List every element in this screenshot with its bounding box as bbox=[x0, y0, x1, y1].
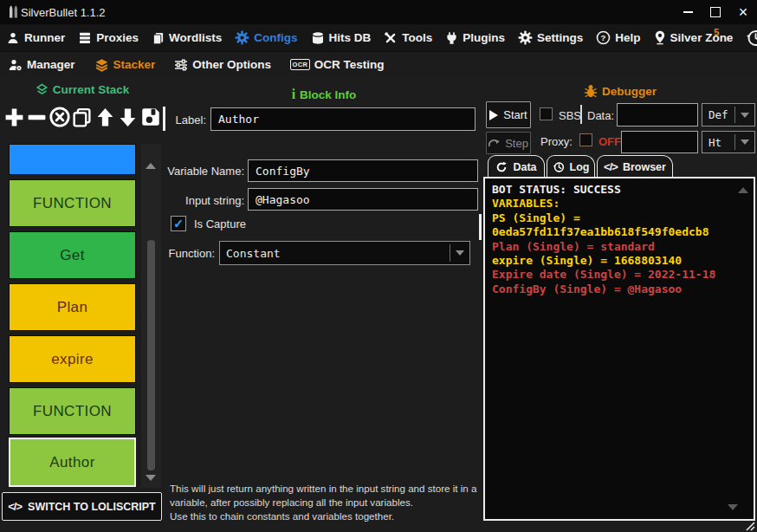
clear-stack-button[interactable] bbox=[49, 102, 71, 132]
stack-block[interactable]: expire bbox=[9, 335, 136, 383]
menu-item-proxies[interactable]: Proxies bbox=[78, 31, 139, 45]
data-input[interactable] bbox=[617, 103, 698, 127]
step-button[interactable]: Step bbox=[486, 132, 531, 154]
silver-zone-badge: 5 bbox=[714, 27, 719, 37]
stack-block[interactable] bbox=[9, 144, 136, 175]
tab-browser[interactable]: </> Browser bbox=[597, 155, 673, 178]
label-input[interactable] bbox=[210, 107, 476, 131]
remove-block-button[interactable] bbox=[25, 102, 48, 132]
menu-item-runner[interactable]: Runner bbox=[6, 31, 65, 45]
sbs-label: SBS bbox=[559, 109, 581, 122]
history-icon[interactable] bbox=[746, 29, 757, 48]
menu-item-hits-db[interactable]: Hits DB bbox=[311, 31, 372, 45]
label-caption: Label: bbox=[170, 114, 206, 127]
sliders-icon bbox=[174, 58, 188, 72]
variable-name-input[interactable] bbox=[248, 159, 478, 182]
stack-block[interactable]: Plan bbox=[9, 283, 136, 331]
function-caption: Function: bbox=[165, 247, 215, 260]
proxies-icon bbox=[78, 31, 92, 45]
is-capture-checkbox[interactable]: ✓ bbox=[171, 216, 186, 231]
window-title: SilverBullet 1.1.2 bbox=[21, 6, 106, 19]
database-icon bbox=[311, 31, 325, 45]
menu-item-tools[interactable]: Tools bbox=[384, 31, 432, 45]
current-stack-header: Current Stack bbox=[0, 83, 165, 96]
stack-toolbar bbox=[0, 97, 165, 137]
debug-output-line: Expire date (Single) = 2022-11-18 bbox=[492, 268, 747, 282]
refresh-icon bbox=[495, 161, 508, 173]
scroll-down-button[interactable] bbox=[146, 475, 156, 481]
proxy-caption: Proxy: bbox=[540, 135, 573, 148]
stack-scrollbar[interactable] bbox=[141, 144, 161, 488]
scrollbar-thumb[interactable] bbox=[147, 240, 155, 470]
debug-output: BOT STATUS: SUCCESS VARIABLES: PS (Singl… bbox=[483, 177, 755, 521]
tools-icon bbox=[384, 31, 398, 45]
is-capture-label: Is Capture bbox=[194, 217, 246, 230]
silverbullet-logo-icon bbox=[6, 4, 22, 20]
ocr-icon: OCR bbox=[290, 59, 310, 70]
config-subnav: Manager Stacker Other Options OCR OCR Te… bbox=[0, 51, 757, 77]
debug-output-line: PS (Single) = bbox=[492, 211, 747, 225]
debug-output-line: 0eda57fd11f37ea1bb618f549f0edcb8 bbox=[492, 225, 747, 239]
duplicate-block-button[interactable] bbox=[71, 102, 94, 132]
move-up-button[interactable] bbox=[94, 102, 116, 132]
start-button[interactable]: Start bbox=[486, 101, 531, 128]
maximize-button[interactable] bbox=[702, 0, 729, 24]
menu-item-plugins[interactable]: Plugins bbox=[445, 31, 505, 45]
sbs-checkbox[interactable] bbox=[540, 107, 553, 120]
minimize-button[interactable] bbox=[674, 0, 702, 24]
minimize-icon bbox=[683, 11, 693, 13]
output-scroll-up-button[interactable] bbox=[738, 187, 748, 193]
switch-to-loliscript-button[interactable]: </> SWITCH TO LOLISCRIPT bbox=[2, 492, 162, 521]
subnav-item-ocr-testing[interactable]: OCR OCR Testing bbox=[290, 58, 384, 71]
stack-block-selected[interactable]: Author bbox=[9, 438, 136, 487]
subnav-item-other-options[interactable]: Other Options bbox=[174, 58, 271, 72]
input-string-input[interactable] bbox=[248, 188, 478, 211]
debug-output-line: BOT STATUS: SUCCESS bbox=[492, 183, 747, 197]
close-button[interactable]: × bbox=[729, 0, 757, 24]
save-stack-button[interactable] bbox=[139, 102, 162, 132]
panel-splitter-right[interactable] bbox=[479, 214, 482, 240]
panel-splitter-left[interactable] bbox=[163, 107, 165, 131]
data-type-value: Def bbox=[702, 108, 734, 121]
code-icon: </> bbox=[604, 160, 618, 173]
menu-item-wordlists[interactable]: Wordlists bbox=[152, 31, 222, 45]
output-scroll-down-button[interactable] bbox=[728, 504, 738, 510]
stack-block[interactable]: Get bbox=[9, 231, 136, 279]
wordlists-icon bbox=[152, 31, 165, 45]
proxy-type-value: Ht bbox=[702, 136, 734, 149]
configs-icon bbox=[235, 30, 249, 45]
play-icon bbox=[489, 110, 498, 120]
data-caption: Data: bbox=[587, 109, 614, 122]
tab-data[interactable]: Data bbox=[488, 155, 545, 178]
subnav-item-manager[interactable]: Manager bbox=[8, 58, 75, 72]
data-type-select[interactable]: Def bbox=[702, 103, 755, 127]
proxy-type-select[interactable]: Ht bbox=[702, 131, 755, 153]
menu-item-help[interactable]: ? Help bbox=[596, 30, 640, 45]
menu-item-configs[interactable]: Configs bbox=[235, 30, 297, 45]
menu-item-silver-zone[interactable]: 5 Silver Zone bbox=[654, 30, 734, 45]
block-description: This will just return anything written i… bbox=[170, 482, 488, 522]
input-string-caption: Input string: bbox=[165, 194, 244, 207]
move-down-button[interactable] bbox=[117, 102, 139, 132]
bug-icon bbox=[584, 84, 598, 99]
layers-diamond-icon bbox=[36, 83, 49, 96]
proxy-input[interactable] bbox=[621, 131, 698, 153]
add-block-button[interactable] bbox=[3, 102, 25, 132]
scroll-up-button[interactable] bbox=[146, 163, 156, 169]
stack-block[interactable]: FUNCTION bbox=[9, 179, 136, 227]
resize-grip[interactable] bbox=[743, 521, 755, 531]
tab-log[interactable]: Log bbox=[547, 155, 595, 178]
variable-name-caption: Variable Name: bbox=[165, 165, 244, 178]
plugins-icon bbox=[445, 31, 458, 45]
function-select[interactable]: Constant bbox=[219, 241, 470, 265]
debug-output-line: ConfigBy (Single) = @Hagasoo bbox=[492, 282, 747, 296]
proxy-checkbox[interactable] bbox=[579, 133, 592, 146]
main-menu: Runner Proxies Wordlists Configs Hits DB… bbox=[0, 24, 757, 51]
subnav-item-stacker[interactable]: Stacker bbox=[94, 58, 156, 72]
function-value: Constant bbox=[220, 247, 450, 260]
svg-text:?: ? bbox=[601, 33, 606, 42]
debug-output-line: Plan (Single) = standard bbox=[492, 240, 747, 254]
stack-block[interactable]: FUNCTION bbox=[9, 387, 136, 435]
menu-item-settings[interactable]: Settings bbox=[518, 30, 583, 45]
stacker-icon bbox=[94, 58, 109, 72]
